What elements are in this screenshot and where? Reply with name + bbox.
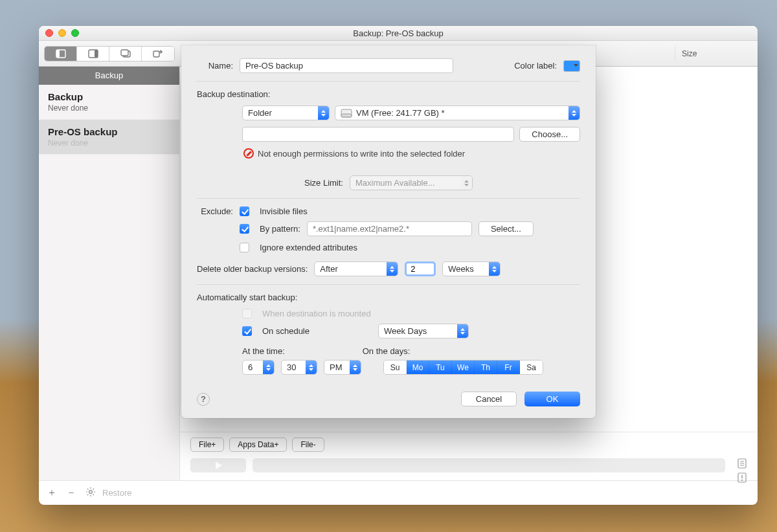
ignore-attrs-checkbox[interactable]: [240, 243, 249, 252]
task-settings-sheet: Name: Color label: Backup destination: F…: [181, 45, 596, 418]
disk-icon: [341, 109, 352, 118]
weekday-we[interactable]: We: [452, 360, 475, 374]
stepper-icon: [263, 360, 274, 374]
color-label: Color label:: [514, 61, 557, 71]
size-column-header: Size: [675, 47, 752, 61]
weekday-sa[interactable]: Sa: [520, 360, 543, 374]
window-controls: [45, 29, 79, 37]
time-minute-select[interactable]: 30: [281, 360, 317, 375]
view-mode-segments: [44, 46, 175, 61]
log-icon[interactable]: [737, 458, 747, 469]
alert-icon[interactable]: [737, 472, 747, 483]
sidebar-right-icon: [88, 49, 98, 58]
invisible-files-label: Invisible files: [260, 206, 308, 216]
content-footer: File+ Apps Data+ File-: [180, 432, 758, 480]
view-stack-tab[interactable]: [109, 47, 142, 61]
dest-type-select[interactable]: Folder: [242, 105, 330, 120]
exclude-label: Exclude:: [197, 206, 233, 216]
apps-data-plus-button[interactable]: Apps Data+: [229, 438, 287, 452]
choose-folder-button[interactable]: Choose...: [519, 127, 580, 142]
progress-track: [253, 458, 725, 472]
stepper-icon: [350, 360, 361, 374]
close-window-button[interactable]: [45, 29, 53, 37]
view-transfer-tab[interactable]: [142, 47, 174, 61]
view-sidebar-right-tab[interactable]: [77, 47, 109, 61]
by-pattern-checkbox[interactable]: [240, 224, 249, 234]
transfer-icon: [153, 49, 163, 58]
weekday-th[interactable]: Th: [475, 360, 497, 374]
sidebar-header: Backup: [39, 67, 179, 85]
by-pattern-label: By pattern:: [260, 224, 300, 234]
weekday-segments: SuMoTuWeThFrSa: [383, 360, 543, 375]
titlebar: Backup: Pre-OS backup: [39, 26, 758, 41]
auto-start-header: Automatically start backup:: [197, 293, 580, 302]
on-days-label: On the days:: [363, 346, 411, 356]
size-limit-select: Maximum Available...: [350, 175, 473, 190]
delete-unit-select[interactable]: Weeks: [442, 261, 501, 276]
dest-volume-select[interactable]: VM (Free: 241.77 GB) *: [335, 105, 580, 120]
svg-point-14: [89, 490, 93, 493]
svg-rect-1: [56, 50, 60, 58]
pattern-select-button[interactable]: Select...: [479, 221, 534, 236]
play-icon: [214, 461, 222, 469]
sidebar-item-subtitle: Never done: [48, 139, 170, 148]
weekday-su[interactable]: Su: [384, 360, 407, 374]
add-task-button[interactable]: ＋: [47, 486, 57, 500]
weekday-mo[interactable]: Mo: [407, 360, 429, 374]
name-input[interactable]: [240, 58, 453, 73]
zoom-window-button[interactable]: [71, 29, 79, 37]
name-label: Name:: [197, 61, 233, 71]
svg-rect-16: [341, 114, 352, 117]
delete-versions-label: Delete older backup versions:: [197, 264, 308, 274]
svg-rect-6: [153, 51, 159, 57]
color-picker[interactable]: [563, 60, 580, 72]
stepper-icon: [489, 262, 500, 276]
help-button[interactable]: ?: [197, 393, 210, 406]
when-mounted-label: When destination is mounted: [262, 309, 371, 318]
svg-rect-5: [121, 50, 128, 56]
svg-rect-3: [95, 50, 98, 58]
sidebar-item-preos[interactable]: Pre-OS backup Never done: [39, 120, 179, 155]
delete-count-input[interactable]: [405, 261, 436, 276]
sidebar-left-icon: [56, 49, 66, 58]
invisible-files-checkbox[interactable]: [240, 206, 249, 216]
sidebar-item-title: Pre-OS backup: [48, 126, 170, 137]
svg-point-13: [741, 480, 743, 481]
stepper-icon: [457, 324, 468, 338]
on-schedule-checkbox[interactable]: [242, 326, 252, 336]
weekday-fr[interactable]: Fr: [497, 360, 520, 374]
play-button[interactable]: [190, 458, 246, 472]
stepper-icon: [569, 106, 580, 120]
file-minus-button[interactable]: File-: [292, 438, 324, 452]
delete-mode-select[interactable]: After: [314, 261, 398, 276]
sidebar-item-subtitle: Never done: [48, 104, 170, 113]
weekday-tu[interactable]: Tu: [429, 360, 452, 374]
stack-icon: [120, 49, 131, 58]
time-ampm-select[interactable]: PM: [324, 360, 361, 375]
stepper-icon: [387, 262, 398, 276]
window-title: Backup: Pre-OS backup: [79, 28, 717, 38]
restore-button[interactable]: Restore: [102, 488, 132, 498]
remove-task-button[interactable]: －: [66, 486, 76, 500]
minimize-window-button[interactable]: [58, 29, 66, 37]
stepper-icon: [318, 106, 329, 120]
view-sidebar-tab[interactable]: [45, 47, 77, 61]
file-plus-button[interactable]: File+: [190, 438, 224, 452]
pattern-input[interactable]: [307, 221, 472, 236]
size-limit-label: Size Limit:: [304, 178, 343, 188]
on-schedule-label: On schedule: [262, 326, 310, 336]
at-time-label: At the time:: [242, 346, 285, 356]
error-icon: [243, 148, 254, 159]
destination-header: Backup destination:: [197, 89, 580, 99]
chevron-down-icon: [574, 63, 578, 68]
time-hour-select[interactable]: 6: [242, 360, 275, 375]
schedule-mode-select[interactable]: Week Days: [378, 324, 469, 338]
stepper-icon: [461, 176, 472, 190]
settings-gear-icon[interactable]: [85, 487, 96, 500]
bottom-bar: ＋ － Restore: [39, 480, 758, 505]
cancel-button[interactable]: Cancel: [461, 392, 517, 406]
dest-path-input[interactable]: [242, 127, 514, 142]
ok-button[interactable]: OK: [524, 392, 580, 406]
sidebar-item-backup[interactable]: Backup Never done: [39, 85, 179, 120]
sidebar-item-title: Backup: [48, 91, 170, 102]
